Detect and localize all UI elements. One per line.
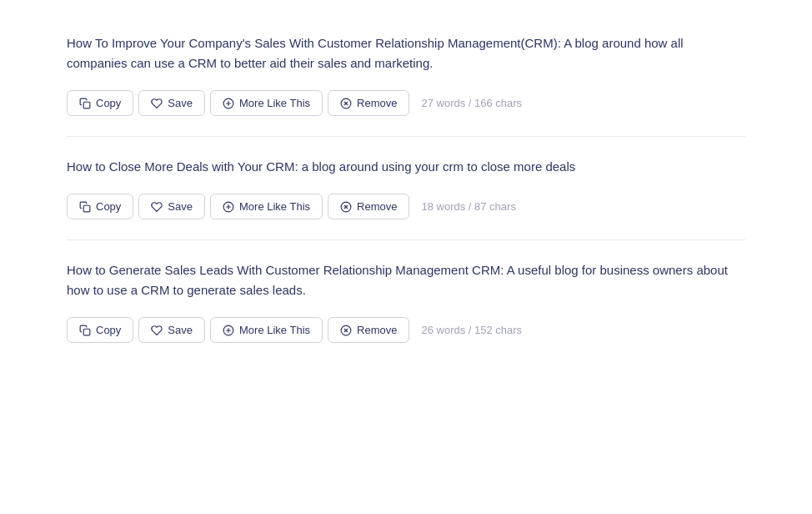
svg-rect-14	[83, 329, 90, 335]
more-like-this-button-2[interactable]: More Like This	[210, 194, 323, 219]
result-item-3: How to Generate Sales Leads With Custome…	[67, 240, 745, 363]
more-like-this-button-3[interactable]: More Like This	[210, 317, 323, 343]
remove-button-1[interactable]: Remove	[328, 90, 409, 116]
copy-label-1: Copy	[96, 97, 121, 109]
result-item-1: How To Improve Your Company's Sales With…	[67, 13, 745, 137]
save-button-1[interactable]: Save	[138, 90, 205, 116]
word-count-2: 18 words / 87 chars	[421, 200, 515, 213]
word-count-3: 26 words / 152 chars	[421, 324, 522, 336]
svg-rect-0	[83, 102, 90, 108]
save-label-2: Save	[168, 200, 193, 213]
more-like-this-button-1[interactable]: More Like This	[210, 90, 323, 116]
action-bar-3: Copy Save More Like This Remove 26 words…	[67, 317, 745, 343]
more-like-this-label-2: More Like This	[239, 200, 310, 213]
save-button-3[interactable]: Save	[138, 317, 205, 343]
result-text-1: How To Improve Your Company's Sales With…	[67, 33, 745, 73]
result-text-3: How to Generate Sales Leads With Custome…	[67, 260, 745, 300]
more-like-this-label-3: More Like This	[239, 324, 310, 336]
save-button-2[interactable]: Save	[138, 194, 205, 219]
save-label-1: Save	[168, 97, 193, 109]
copy-label-3: Copy	[96, 324, 121, 336]
result-text-2: How to Close More Deals with Your CRM: a…	[67, 157, 745, 177]
results-container: How To Improve Your Company's Sales With…	[0, 0, 812, 376]
word-count-1: 27 words / 166 chars	[421, 97, 522, 109]
remove-button-3[interactable]: Remove	[328, 317, 409, 343]
copy-label-2: Copy	[96, 200, 121, 213]
copy-button-2[interactable]: Copy	[67, 194, 133, 219]
action-bar-2: Copy Save More Like This Remove 18 words…	[67, 194, 745, 219]
copy-button-3[interactable]: Copy	[67, 317, 133, 343]
result-item-2: How to Close More Deals with Your CRM: a…	[67, 137, 745, 240]
remove-label-2: Remove	[357, 200, 397, 213]
remove-label-3: Remove	[357, 324, 397, 336]
action-bar-1: Copy Save More Like This Remove 27 words…	[67, 90, 745, 116]
remove-label-1: Remove	[357, 97, 397, 109]
copy-button-1[interactable]: Copy	[67, 90, 133, 116]
save-label-3: Save	[168, 324, 193, 336]
remove-button-2[interactable]: Remove	[328, 194, 409, 219]
more-like-this-label-1: More Like This	[239, 97, 310, 109]
svg-rect-7	[83, 205, 90, 212]
